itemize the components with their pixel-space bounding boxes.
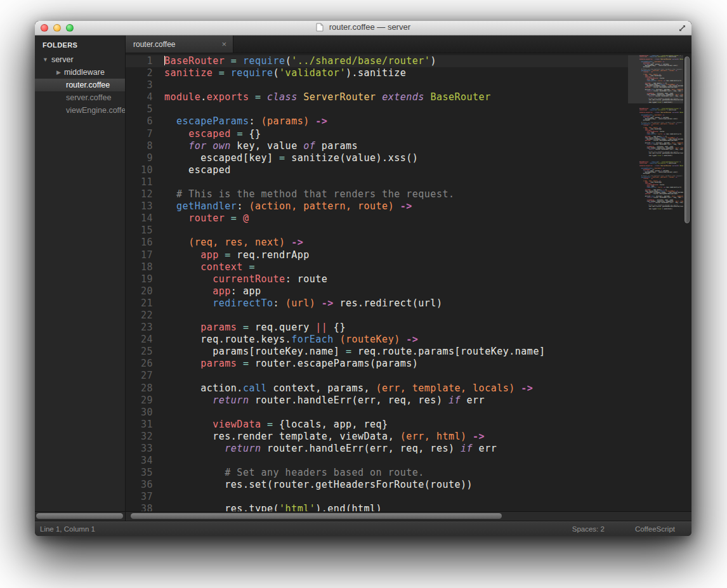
code-line-18[interactable]: 18 context = (126, 261, 628, 273)
line-number: 9 (126, 152, 153, 164)
tab-label: router.coffee (133, 40, 220, 49)
code-line-text: # Set any headers based on route. (164, 467, 424, 479)
code-line-36[interactable]: 36 res.set(router.getHeadersForRoute(rou… (126, 479, 628, 491)
cursor-position-label: Line 1, Column 1 (40, 525, 572, 533)
code-line-text: escaped[key] = sanitize(value).xss() (164, 152, 418, 164)
tab-close-icon[interactable]: × (220, 40, 228, 48)
code-line-text: res.type('html').end(html) (164, 503, 382, 511)
code-line-17[interactable]: 17 app = req.rendrApp (126, 249, 628, 261)
code-line-6[interactable]: 6 escapeParams: (params) -> (126, 115, 628, 127)
code-line-1[interactable]: 1BaseRouter = require('../shared/base/ro… (126, 55, 628, 67)
line-number: 27 (126, 370, 153, 382)
line-number: 28 (126, 382, 153, 395)
sidebar-item-server-coffee[interactable]: server.coffee (35, 91, 125, 104)
sidebar-item-server[interactable]: ▼server (35, 53, 125, 66)
code-line-text: getHandler: (action, pattern, route) -> (164, 200, 412, 212)
vertical-scrollbar[interactable] (683, 53, 691, 511)
line-number: 34 (126, 455, 153, 467)
line-number: 5 (126, 103, 153, 115)
code-line-13[interactable]: 13 getHandler: (action, pattern, route) … (126, 200, 628, 212)
sidebar-horizontal-scrollbar[interactable] (35, 511, 125, 521)
code-line-35[interactable]: 35 # Set any headers based on route. (126, 467, 628, 479)
code-line-2[interactable]: 2sanitize = require('validator').sanitiz… (126, 67, 628, 79)
code-line-text: params[routeKey.name] = req.route.params… (164, 346, 545, 358)
code-line-28[interactable]: 28 action.call context, params, (err, te… (126, 382, 628, 395)
code-line-30[interactable]: 30 (126, 407, 628, 419)
sidebar-item-router-coffee[interactable]: router.coffee (35, 79, 125, 91)
fullscreen-icon[interactable] (678, 23, 687, 33)
code-line-7[interactable]: 7 escaped = {} (126, 128, 628, 140)
code-line-11[interactable]: 11 (126, 176, 628, 188)
code-line-12[interactable]: 12 # This is the method that renders the… (126, 188, 628, 200)
code-line-text (164, 79, 171, 91)
code-line-16[interactable]: 16 (req, res, next) -> (126, 237, 628, 249)
tab-bar: router.coffee× (126, 36, 691, 53)
code-line-text: escapeParams: (params) -> (164, 115, 327, 127)
line-number: 12 (126, 188, 153, 200)
line-number: 21 (126, 297, 153, 310)
folder-collapsed-icon[interactable]: ▶ (56, 66, 61, 79)
code-line-text: res.render template, viewData, (err, htm… (164, 431, 485, 443)
sidebar-item-label: viewEngine.coffee (66, 104, 125, 117)
code-line-31[interactable]: 31 viewData = {locals, app, req} (126, 419, 628, 431)
sidebar-item-middleware[interactable]: ▶middleware (35, 66, 125, 79)
code-line-4[interactable]: 4module.exports = class ServerRouter ext… (126, 91, 628, 103)
tab-router-coffee[interactable]: router.coffee× (126, 36, 233, 53)
code-line-38[interactable]: 38 res.type('html').end(html) (126, 503, 628, 511)
code-line-34[interactable]: 34 (126, 455, 628, 467)
line-number: 20 (126, 285, 153, 297)
code-line-8[interactable]: 8 for own key, value of params (126, 140, 628, 152)
code-line-10[interactable]: 10 escaped (126, 164, 628, 176)
code-line-29[interactable]: 29 return router.handleErr(err, req, res… (126, 395, 628, 407)
code-line-26[interactable]: 26 params = router.escapeParams(params) (126, 358, 628, 370)
code-line-32[interactable]: 32 res.render template, viewData, (err, … (126, 431, 628, 443)
code-line-text: for own key, value of params (164, 140, 358, 152)
folder-expanded-icon[interactable]: ▼ (43, 53, 48, 66)
code-line-22[interactable]: 22 (126, 310, 628, 322)
line-number: 30 (126, 407, 153, 419)
editor-hscroll-thumb[interactable] (131, 513, 502, 519)
code-line-text: BaseRouter = require('../shared/base/rou… (164, 55, 436, 67)
code-line-14[interactable]: 14 router = @ (126, 212, 628, 225)
sidebar-item-viewengine-coffee[interactable]: viewEngine.coffee (35, 104, 125, 117)
code-line-text: router = @ (164, 212, 249, 225)
title-bar[interactable]: router.coffee — server (35, 21, 691, 36)
line-number: 10 (126, 164, 153, 176)
code-line-9[interactable]: 9 escaped[key] = sanitize(value).xss() (126, 152, 628, 164)
minimap-viewport[interactable] (628, 55, 683, 103)
code-editor[interactable]: 1BaseRouter = require('../shared/base/ro… (126, 53, 691, 511)
code-line-text: req.route.keys.forEach (routeKey) -> (164, 334, 418, 346)
indent-settings-button[interactable]: Spaces: 2 (572, 525, 605, 533)
code-line-5[interactable]: 5 (126, 103, 628, 115)
line-number: 2 (126, 67, 153, 79)
code-line-19[interactable]: 19 currentRoute: route (126, 273, 628, 285)
line-number: 11 (126, 176, 153, 188)
syntax-language-button[interactable]: CoffeeScript (635, 525, 675, 533)
code-line-24[interactable]: 24 req.route.keys.forEach (routeKey) -> (126, 334, 628, 346)
code-line-23[interactable]: 23 params = req.query || {} (126, 322, 628, 334)
code-line-27[interactable]: 27 (126, 370, 628, 382)
line-number: 15 (126, 225, 153, 237)
code-line-text: res.set(router.getHeadersForRoute(route)… (164, 479, 473, 491)
code-lines[interactable]: 1BaseRouter = require('../shared/base/ro… (126, 55, 628, 511)
code-line-21[interactable]: 21 redirectTo: (url) -> res.redirect(url… (126, 297, 628, 310)
code-line-15[interactable]: 15 (126, 225, 628, 237)
code-line-25[interactable]: 25 params[routeKey.name] = req.route.par… (126, 346, 628, 358)
code-line-33[interactable]: 33 return router.handleErr(err, req, res… (126, 443, 628, 455)
line-number: 29 (126, 395, 153, 407)
minimap[interactable]: BaseRouter = require('../shared/base/rou… (628, 55, 683, 511)
editor-column: router.coffee× 1BaseRouter = require('..… (126, 36, 691, 521)
line-number: 4 (126, 91, 153, 103)
vertical-scrollbar-thumb[interactable] (684, 56, 690, 223)
code-line-3[interactable]: 3 (126, 79, 628, 91)
editor-horizontal-scrollbar[interactable] (126, 511, 691, 521)
code-line-text: # This is the method that renders the re… (164, 188, 454, 200)
code-line-37[interactable]: 37 (126, 491, 628, 503)
sidebar-item-label: server.coffee (66, 91, 111, 104)
line-number: 23 (126, 322, 153, 334)
code-line-20[interactable]: 20 app: app (126, 285, 628, 297)
line-number: 26 (126, 358, 153, 370)
line-number: 25 (126, 346, 153, 358)
sidebar-hscroll-thumb[interactable] (36, 513, 123, 519)
main-area: FOLDERS ▼server▶middlewarerouter.coffees… (35, 36, 691, 521)
